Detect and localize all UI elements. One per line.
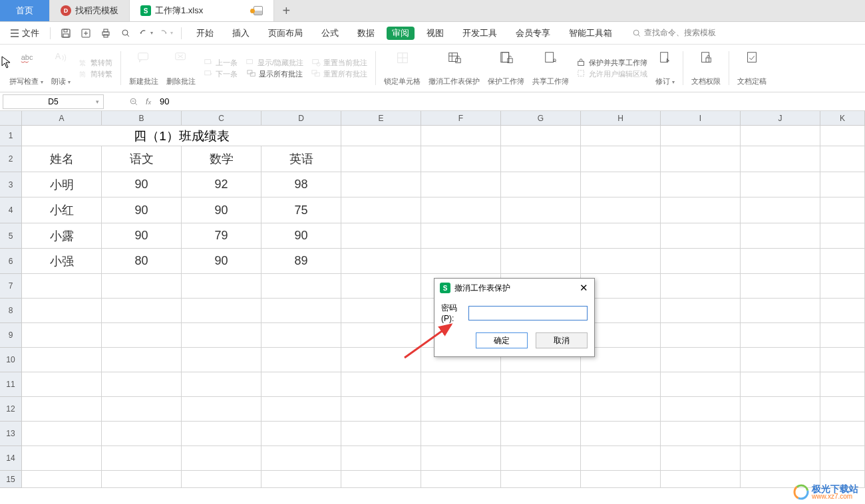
column-header[interactable]: D	[261, 111, 341, 126]
cell[interactable]	[661, 197, 741, 223]
protect-workbook-button[interactable]: 保护工作簿	[484, 47, 528, 89]
show-all-comments-button[interactable]: 显示所有批注	[247, 69, 303, 79]
cell[interactable]	[102, 422, 182, 446]
command-search[interactable]: 查找命令、搜索模板	[632, 27, 716, 39]
cell[interactable]	[820, 299, 865, 323]
row-header[interactable]: 3	[0, 172, 22, 197]
cell[interactable]	[820, 197, 865, 223]
cell[interactable]	[741, 446, 820, 471]
cell[interactable]	[501, 172, 581, 197]
cell[interactable]: 79	[182, 223, 261, 249]
cell[interactable]	[741, 197, 820, 223]
column-header[interactable]: H	[581, 111, 661, 126]
cell[interactable]	[22, 372, 102, 397]
cell[interactable]	[182, 299, 261, 323]
cell[interactable]	[341, 172, 421, 197]
fx-icon[interactable]: fx	[141, 97, 156, 106]
unprotect-sheet-button[interactable]: 撤消工作表保护	[425, 47, 484, 89]
formula-input[interactable]: 90	[156, 92, 865, 110]
cell[interactable]	[741, 348, 820, 372]
spellcheck-button[interactable]: abc 拼写检查	[5, 47, 47, 89]
tab-home[interactable]: 首页	[0, 0, 50, 21]
redo-button[interactable]	[158, 26, 173, 41]
cell[interactable]	[820, 372, 865, 397]
cell[interactable]	[581, 372, 661, 397]
tab-workbook[interactable]: S 工作簿1.xlsx	[130, 0, 274, 21]
cell[interactable]	[341, 348, 421, 372]
select-all-corner[interactable]	[0, 111, 22, 126]
new-comment-button[interactable]: 新建批注	[125, 47, 162, 89]
row-header[interactable]: 11	[0, 372, 22, 397]
menu-tab-tools[interactable]: 智能工具箱	[562, 22, 619, 44]
cell[interactable]: 90	[102, 223, 182, 249]
column-header[interactable]: J	[741, 111, 820, 126]
cell[interactable]	[581, 446, 661, 471]
cell[interactable]	[421, 446, 501, 471]
cell[interactable]	[421, 197, 501, 223]
cell[interactable]: 75	[261, 197, 341, 223]
cell[interactable]	[22, 422, 102, 446]
cell[interactable]	[820, 274, 865, 299]
close-icon[interactable]: ✕	[577, 281, 590, 295]
cell[interactable]	[741, 372, 820, 397]
cell[interactable]	[341, 223, 421, 249]
cell[interactable]	[421, 126, 501, 146]
cell[interactable]	[501, 249, 581, 274]
row-header[interactable]: 12	[0, 397, 22, 422]
cell[interactable]	[341, 249, 421, 274]
cell[interactable]	[741, 146, 820, 172]
cell[interactable]: 数学	[182, 146, 261, 172]
revisions-button[interactable]: 修订	[651, 47, 679, 89]
reset-current-comment-button[interactable]: 重置当前批注	[311, 58, 367, 68]
cell[interactable]	[341, 471, 421, 488]
cell[interactable]	[341, 422, 421, 446]
protect-share-workbook-button[interactable]: 保护并共享工作簿	[577, 58, 647, 68]
cell[interactable]	[501, 446, 581, 471]
cell[interactable]	[661, 172, 741, 197]
allow-edit-ranges-button[interactable]: 允许用户编辑区域	[577, 69, 647, 79]
cell[interactable]	[661, 249, 741, 274]
cell[interactable]	[102, 274, 182, 299]
zoom-formula-icon[interactable]	[126, 97, 141, 106]
tab-docshell[interactable]: D 找稻壳模板	[50, 0, 130, 21]
cell[interactable]	[421, 223, 501, 249]
cell[interactable]	[741, 397, 820, 422]
spreadsheet-grid[interactable]: ABCDEFGHIJK 12姓名语文数学英语3小明9092984小红909075…	[0, 111, 865, 503]
cell[interactable]	[261, 397, 341, 422]
cell[interactable]	[102, 348, 182, 372]
cell[interactable]	[421, 372, 501, 397]
cell[interactable]	[341, 274, 421, 299]
menu-tab-insert[interactable]: 插入	[226, 22, 256, 44]
row-header[interactable]: 13	[0, 422, 22, 446]
traditional-to-simplified-button[interactable]: 繁繁转简	[79, 58, 112, 68]
cell[interactable]	[741, 323, 820, 348]
cancel-button[interactable]: 取消	[536, 332, 588, 348]
cell[interactable]	[182, 446, 261, 471]
cell[interactable]	[102, 323, 182, 348]
cell[interactable]: 90	[102, 172, 182, 197]
cell[interactable]	[182, 274, 261, 299]
cell[interactable]	[261, 348, 341, 372]
cell[interactable]	[182, 372, 261, 397]
cell[interactable]	[741, 223, 820, 249]
cell[interactable]	[581, 249, 661, 274]
cell[interactable]	[820, 348, 865, 372]
share-workbook-button[interactable]: 共享工作簿	[528, 47, 573, 89]
cell[interactable]	[820, 323, 865, 348]
cell[interactable]	[261, 422, 341, 446]
cell[interactable]	[820, 172, 865, 197]
cell[interactable]: 90	[261, 223, 341, 249]
column-header[interactable]: C	[182, 111, 261, 126]
cell[interactable]	[341, 446, 421, 471]
cell[interactable]	[661, 422, 741, 446]
row-header[interactable]: 6	[0, 249, 22, 274]
tab-new-button[interactable]: +	[274, 0, 298, 21]
cell[interactable]	[182, 348, 261, 372]
cell[interactable]	[501, 422, 581, 446]
cell[interactable]	[501, 372, 581, 397]
read-button[interactable]: A 朗读	[47, 47, 75, 89]
cell[interactable]	[182, 323, 261, 348]
column-header[interactable]: F	[421, 111, 501, 126]
cell[interactable]: 小强	[22, 249, 102, 274]
cell[interactable]	[182, 397, 261, 422]
